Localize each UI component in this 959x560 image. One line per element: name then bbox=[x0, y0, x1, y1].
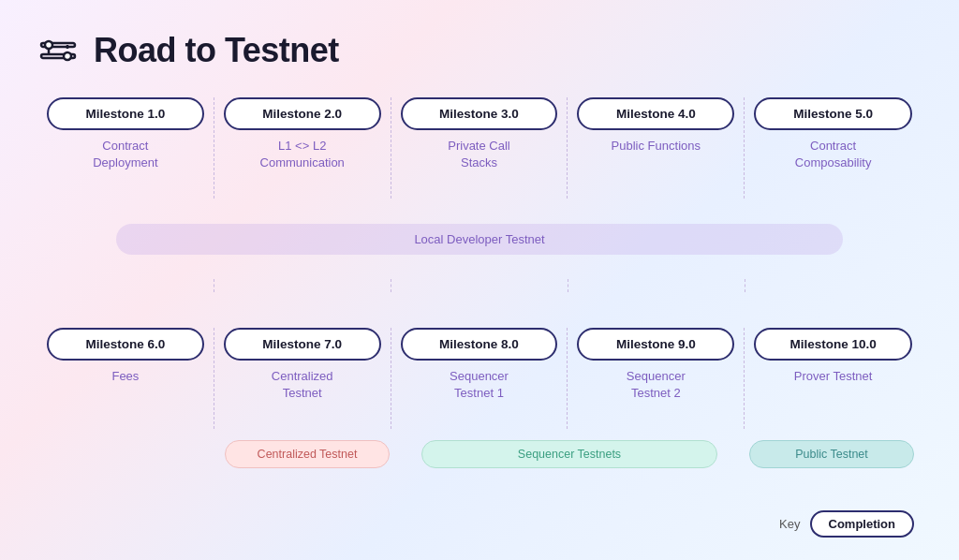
milestone-10-badge: Milestone 10.0 bbox=[754, 328, 912, 361]
tag-col-1 bbox=[37, 440, 217, 495]
main-grid: Milestone 1.0 ContractDeployment Milesto… bbox=[37, 97, 922, 495]
milestone-8-badge: Milestone 8.0 bbox=[401, 328, 558, 361]
milestone-6-label: Fees bbox=[111, 368, 139, 385]
milestone-2-label: L1 <> L2Communication bbox=[260, 138, 345, 171]
page-header: Road to Testnet bbox=[37, 30, 922, 71]
milestone-4-label: Public Functions bbox=[612, 138, 701, 155]
sequencer-testnets-tag: Sequencer Testnets bbox=[421, 440, 718, 468]
svg-point-3 bbox=[64, 52, 71, 60]
col-3-top: Milestone 3.0 Private CallStacks bbox=[391, 97, 568, 199]
public-testnet-tag: Public Testnet bbox=[749, 440, 914, 468]
centralized-testnet-tag: Centralized Testnet bbox=[225, 440, 390, 468]
milestone-9-badge: Milestone 9.0 bbox=[577, 328, 734, 361]
local-dev-bar: Local Developer Testnet bbox=[116, 224, 842, 255]
milestone-6-badge: Milestone 6.0 bbox=[47, 328, 204, 361]
milestone-7-badge: Milestone 7.0 bbox=[224, 328, 381, 361]
milestone-3-label: Private CallStacks bbox=[448, 138, 509, 171]
milestone-1-label: ContractDeployment bbox=[93, 138, 157, 171]
completion-badge: Completion bbox=[810, 510, 915, 538]
tag-col-2: Centralized Testnet bbox=[217, 440, 397, 495]
milestone-5-badge: Milestone 5.0 bbox=[754, 97, 912, 130]
route-icon bbox=[37, 30, 79, 71]
key-label: Key bbox=[779, 517, 800, 531]
tag-col-5: Public Testnet bbox=[742, 440, 922, 495]
milestone-5-label: ContractComposability bbox=[795, 138, 872, 171]
col-5-bottom: Milestone 10.0 Prover Testnet bbox=[745, 328, 922, 429]
local-dev-bar-row: Local Developer Testnet bbox=[37, 199, 922, 279]
milestone-4-badge: Milestone 4.0 bbox=[577, 97, 734, 130]
col-2-top: Milestone 2.0 L1 <> L2Communication bbox=[214, 97, 391, 199]
milestone-3-badge: Milestone 3.0 bbox=[401, 97, 558, 130]
tag-col-3-4: Sequencer Testnets bbox=[397, 440, 742, 495]
footer: Key Completion bbox=[37, 510, 922, 538]
milestone-1-badge: Milestone 1.0 bbox=[47, 97, 204, 130]
milestone-10-label: Prover Testnet bbox=[794, 368, 873, 385]
page-title: Road to Testnet bbox=[94, 31, 339, 70]
col-4-bottom: Milestone 9.0 SequencerTestnet 2 bbox=[568, 328, 745, 429]
milestone-7-label: CentralizedTestnet bbox=[272, 368, 333, 402]
milestone-8-label: SequencerTestnet 1 bbox=[450, 368, 509, 402]
col-5-top: Milestone 5.0 ContractComposability bbox=[745, 97, 922, 199]
svg-point-2 bbox=[45, 41, 52, 49]
col-2-bottom: Milestone 7.0 CentralizedTestnet bbox=[214, 328, 391, 429]
col-1-top: Milestone 1.0 ContractDeployment bbox=[37, 97, 214, 199]
milestone-9-label: SequencerTestnet 2 bbox=[627, 368, 686, 402]
col-4-top: Milestone 4.0 Public Functions bbox=[568, 97, 745, 199]
milestone-2-badge: Milestone 2.0 bbox=[224, 97, 381, 130]
col-1-bottom: Milestone 6.0 Fees bbox=[37, 328, 214, 429]
tags-row: Centralized Testnet Sequencer Testnets P… bbox=[37, 429, 922, 495]
col-3-bottom: Milestone 8.0 SequencerTestnet 1 bbox=[391, 328, 568, 429]
mid-gap bbox=[37, 279, 922, 292]
